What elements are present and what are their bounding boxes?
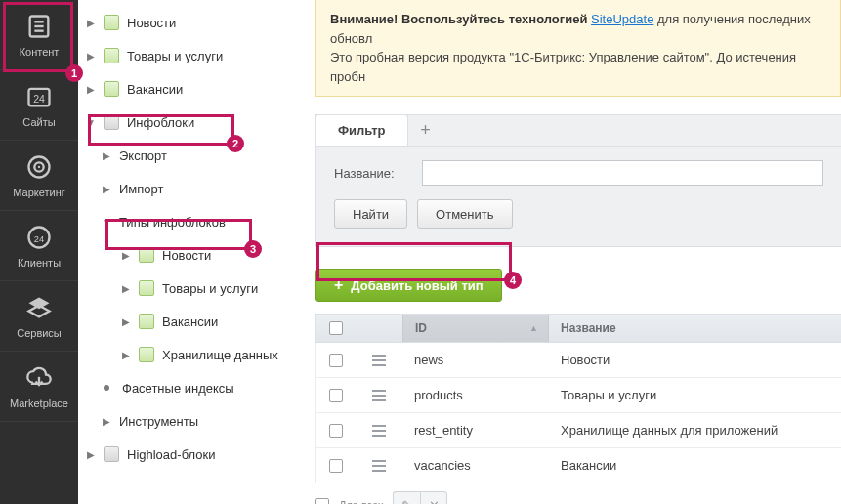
chevron-right-icon: ▶ <box>100 148 113 162</box>
tree-item-highload[interactable]: ▶Highload-блоки <box>78 438 308 471</box>
table-row[interactable]: newsНовости <box>315 343 841 378</box>
document-lines-icon <box>25 13 53 40</box>
chevron-down-icon: ▼ <box>84 115 98 129</box>
tree-item-facet[interactable]: Фасетные индексы <box>78 371 308 404</box>
rail-label: Клиенты <box>18 257 61 269</box>
tree-label: Товары и услуги <box>162 281 258 296</box>
filter-name-label: Название: <box>334 166 422 181</box>
row-name: Товары и услуги <box>549 388 841 402</box>
tree-item-tools[interactable]: ▶Инструменты <box>78 404 308 438</box>
chevron-right-icon: ▶ <box>84 49 98 63</box>
row-id: products <box>402 388 549 402</box>
edit-button[interactable]: ✎ <box>393 491 420 504</box>
doc-icon <box>104 15 119 30</box>
tree-item-type-vacancies[interactable]: ▶Вакансии <box>78 305 308 338</box>
select-all-checkbox[interactable] <box>329 321 343 335</box>
tree-item-news[interactable]: ▶Новости <box>78 6 308 39</box>
chevron-down-icon: ▼ <box>100 215 113 229</box>
col-header-name[interactable]: Название <box>549 321 841 335</box>
plus-icon: + <box>334 276 343 294</box>
tree-label: Вакансии <box>127 82 183 97</box>
rail-item-clients[interactable]: 24 Клиенты <box>0 211 78 281</box>
tree-item-type-storage[interactable]: ▶Хранилище данных <box>78 338 308 371</box>
delete-button[interactable]: ✕ <box>420 491 447 504</box>
rail-label: Маркетинг <box>13 187 64 198</box>
rail-item-marketplace[interactable]: Marketplace <box>0 352 78 422</box>
row-checkbox[interactable] <box>329 389 343 402</box>
table-row[interactable]: vacanciesВакансии <box>315 448 841 483</box>
row-checkbox[interactable] <box>329 459 343 473</box>
warn-text: Это пробная версия продукта "1С-Битрикс:… <box>330 48 826 86</box>
row-menu-icon[interactable] <box>372 460 386 472</box>
tree-label: Фасетные индексы <box>122 381 234 396</box>
row-menu-icon[interactable] <box>372 425 386 437</box>
row-checkbox[interactable] <box>329 354 343 367</box>
target-icon <box>25 153 53 181</box>
add-type-label: Добавить новый тип <box>351 278 483 293</box>
row-checkbox[interactable] <box>329 424 343 438</box>
warning-banner: Внимание! Воспользуйтесь технологией Sit… <box>315 0 841 97</box>
tree-item-type-goods[interactable]: ▶Товары и услуги <box>78 272 308 305</box>
chevron-right-icon: ▶ <box>119 248 133 262</box>
types-table: ID▲ Название newsНовостиproductsТовары и… <box>315 314 841 483</box>
table-row[interactable]: productsТовары и услуги <box>315 378 841 413</box>
tree-label: Инфоблоки <box>127 115 194 130</box>
filter-name-input[interactable] <box>422 160 823 186</box>
doc-icon <box>104 48 119 63</box>
rail-item-marketing[interactable]: Маркетинг <box>0 141 78 211</box>
row-menu-icon[interactable] <box>372 355 386 366</box>
rail-item-content[interactable]: Контент <box>0 0 78 70</box>
filter-tab[interactable]: Фильтр <box>315 114 408 146</box>
row-menu-icon[interactable] <box>372 390 386 401</box>
doc-icon <box>104 81 119 97</box>
rail-item-sites[interactable]: 24 Сайты <box>0 70 78 141</box>
cloud-download-icon <box>25 364 53 392</box>
chevron-right-icon: ▶ <box>119 281 133 295</box>
rail-item-services[interactable]: Сервисы <box>0 281 78 352</box>
highlight-badge-3: 3 <box>244 240 262 258</box>
bullet-icon <box>104 385 109 391</box>
chevron-right-icon: ▶ <box>100 414 113 428</box>
gear-icon <box>104 114 119 130</box>
table-header: ID▲ Название <box>315 314 841 343</box>
doc-icon <box>139 347 154 362</box>
find-button[interactable]: Найти <box>334 199 407 229</box>
row-name: Вакансии <box>549 458 841 473</box>
table-footer: Для всех ✎ ✕ <box>315 491 841 504</box>
chevron-right-icon: ▶ <box>119 348 133 361</box>
rail-label: Marketplace <box>10 398 68 409</box>
tree-label: Типы инфоблоков <box>119 215 226 230</box>
gear-icon <box>104 446 119 462</box>
rail-label: Сервисы <box>17 327 62 339</box>
tree-item-types[interactable]: ▼Типы инфоблоков <box>78 205 308 238</box>
layers-icon <box>25 294 53 321</box>
sort-asc-icon: ▲ <box>529 323 538 333</box>
tree-item-goods[interactable]: ▶Товары и услуги <box>78 39 308 72</box>
clock-icon: 24 <box>25 224 53 251</box>
tree-label: Highload-блоки <box>127 447 215 462</box>
chevron-right-icon: ▶ <box>84 447 98 461</box>
tree-item-iblocks[interactable]: ▼Инфоблоки <box>78 105 308 139</box>
svg-marker-11 <box>29 297 50 309</box>
tree-item-vacancies[interactable]: ▶Вакансии <box>78 72 308 105</box>
row-id: rest_entity <box>402 423 549 438</box>
row-name: Хранилище данных для приложений <box>549 423 841 438</box>
add-filter-tab-button[interactable]: + <box>408 115 443 146</box>
tree-item-export[interactable]: ▶Экспорт <box>78 139 308 172</box>
siteupdate-link[interactable]: SiteUpdate <box>591 12 653 26</box>
tree-item-type-news[interactable]: ▶Новости <box>78 238 308 272</box>
col-id-label: ID <box>415 321 427 335</box>
chevron-right-icon: ▶ <box>100 182 113 195</box>
tree-label: Вакансии <box>162 315 218 329</box>
svg-text:24: 24 <box>34 233 44 243</box>
for-all-checkbox[interactable] <box>315 498 329 504</box>
rail-label: Сайты <box>22 116 55 128</box>
row-id: news <box>402 353 549 367</box>
cancel-button[interactable]: Отменить <box>417 199 512 229</box>
add-type-button[interactable]: +Добавить новый тип <box>315 269 502 302</box>
tree-item-import[interactable]: ▶Импорт <box>78 172 308 205</box>
highlight-badge-4: 4 <box>504 272 522 289</box>
chevron-right-icon: ▶ <box>84 82 98 96</box>
col-header-id[interactable]: ID▲ <box>402 315 549 342</box>
table-row[interactable]: rest_entityХранилище данных для приложен… <box>315 413 841 448</box>
